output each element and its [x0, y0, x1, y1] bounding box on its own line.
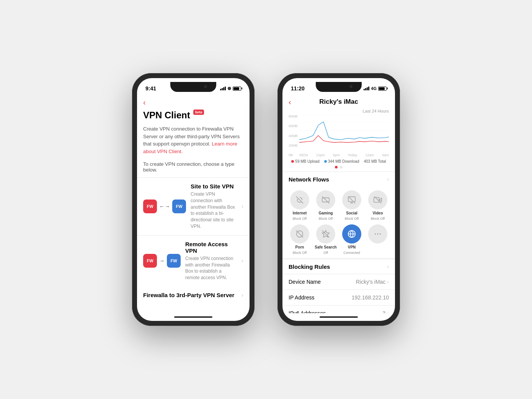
- gaming-status: Block Off: [319, 217, 333, 221]
- remote-access-option[interactable]: FW → FW Remote Access VPN Create VPN con…: [137, 235, 250, 286]
- remote-access-icons: FW → FW: [143, 254, 181, 268]
- chart-svg: [299, 115, 389, 146]
- feature-video[interactable]: Video Block Off: [367, 190, 389, 221]
- internet-icon: [290, 190, 309, 209]
- device-name-row[interactable]: Device Name Ricky's iMac ›: [282, 274, 395, 289]
- third-party-option[interactable]: Firewalla to 3rd-Party VPN Server ›: [137, 286, 250, 304]
- status-icons-2: 4G: [364, 86, 387, 91]
- internet-status: Block Off: [293, 217, 307, 221]
- safe-search-status: Off: [323, 251, 328, 255]
- status-icons-1: ⊛: [220, 86, 241, 91]
- chevron-right-2: ›: [242, 257, 243, 264]
- svg-point-21: [377, 234, 378, 234]
- ipv6-value: 3 ›: [383, 310, 389, 313]
- feature-more[interactable]: [367, 224, 389, 255]
- device-header: ‹ Ricky's iMac: [282, 95, 395, 109]
- site-to-site-title: Site to Site VPN: [191, 183, 237, 190]
- blocking-rules-title: Blocking Rules: [289, 263, 330, 270]
- porn-icon: [290, 224, 309, 244]
- arrow-unidirectional: →: [159, 258, 165, 264]
- fw-box-blue-1: FW: [172, 200, 186, 213]
- third-party-title: Firewalla to 3rd-Party VPN Server: [143, 292, 234, 298]
- time-2: 11:20: [291, 85, 305, 92]
- feature-social[interactable]: Social Block Off: [341, 190, 363, 221]
- time-1: 9:41: [145, 85, 156, 92]
- video-status: Block Off: [371, 217, 385, 221]
- vpn-feature-name: VPN: [348, 245, 356, 249]
- phone-2: 11:20 4G ‹: [277, 73, 400, 326]
- vpn-choose-text: To create VPN connection, choose a type …: [137, 160, 250, 177]
- chart-legend: 59 MB Upload 344 MB Download 403 MB Tota…: [289, 159, 389, 166]
- battery-1: [233, 87, 241, 91]
- svg-line-6: [322, 196, 329, 203]
- home-indicator-1: [137, 313, 250, 321]
- blocking-rules-chevron: ›: [387, 263, 389, 270]
- svg-point-23: [375, 234, 376, 234]
- site-to-site-option[interactable]: FW ←→ FW Site to Site VPN Create VPN con…: [137, 177, 250, 235]
- vpn-title: VPN Client: [143, 110, 190, 121]
- chart-dots: [289, 166, 389, 168]
- ipv6-row[interactable]: IPv6 Addresses 3 ›: [282, 305, 395, 313]
- safe-search-icon: [316, 224, 335, 244]
- gaming-name: Gaming: [318, 211, 333, 215]
- safe-search-name: Safe Search: [315, 245, 336, 249]
- chart-time-label: Last 24 Hours: [289, 109, 389, 113]
- remote-access-text: Remote Access VPN Create VPN connection …: [185, 241, 237, 281]
- screen-content-2: ‹ Ricky's iMac Last 24 Hours 0B 20MB 40M…: [282, 95, 395, 313]
- ip-label: IP Address: [289, 294, 314, 301]
- feature-internet[interactable]: Internet Block Off: [289, 190, 311, 221]
- video-icon: [368, 190, 387, 209]
- features-grid: Internet Block Off Gaming Block Off: [282, 186, 395, 259]
- social-icon: [342, 190, 361, 209]
- more-icon: [368, 224, 387, 244]
- home-indicator-2: [282, 313, 395, 321]
- svg-marker-13: [379, 198, 382, 201]
- site-to-site-desc: Create VPN connection with another Firew…: [191, 191, 237, 230]
- signal-icon-1: [220, 87, 226, 90]
- remote-access-desc: Create VPN connection with another Firew…: [185, 255, 237, 281]
- chart-y-labels: 0B 20MB 40MB 60MB 80MB: [289, 115, 298, 157]
- feature-porn[interactable]: Porn Block Off: [289, 224, 311, 255]
- vpn-icon: [342, 224, 361, 244]
- svg-point-22: [380, 234, 381, 234]
- beta-badge: beta: [193, 110, 204, 115]
- network-flows-row[interactable]: Network Flows ›: [282, 172, 395, 186]
- device-name-value: Ricky's iMac ›: [356, 279, 389, 285]
- fw-box-red-2: FW: [143, 254, 157, 268]
- porn-name: Porn: [295, 245, 304, 249]
- feature-safe-search[interactable]: Safe Search Off: [315, 224, 337, 255]
- chart-container: 0B 20MB 40MB 60MB 80MB: [289, 115, 389, 157]
- ip-value: 192.168.222.10: [352, 294, 389, 301]
- vpn-description: Create VPN connection to Firewalla VPN S…: [137, 124, 250, 160]
- feature-gaming[interactable]: Gaming Block Off: [315, 190, 337, 221]
- chart-x-labels: 09/26 12pm 6pm Today 12am 6am: [299, 153, 389, 157]
- signal-icon-2: [364, 87, 369, 90]
- social-status: Block Off: [345, 217, 359, 221]
- title-row-1: VPN Client beta: [137, 108, 250, 124]
- fw-box-blue-2: FW: [167, 254, 181, 268]
- back-button-2[interactable]: ‹: [289, 98, 291, 106]
- ip-address-row: IP Address 192.168.222.10: [282, 289, 395, 305]
- phone-1: 9:41 ⊛ ‹ VPN Client: [132, 73, 255, 326]
- back-button-1[interactable]: ‹: [137, 95, 250, 108]
- screen-content-1: ‹ VPN Client beta Create VPN connection …: [137, 95, 250, 313]
- device-name-label: Device Name: [289, 279, 321, 285]
- video-name: Video: [372, 211, 383, 215]
- feature-vpn[interactable]: VPN Connected: [341, 224, 363, 255]
- device-title: Ricky's iMac: [319, 98, 358, 106]
- chevron-right-3: ›: [242, 292, 243, 299]
- network-flows-chevron: ›: [387, 176, 389, 183]
- fw-box-red-1: FW: [143, 200, 157, 213]
- site-to-site-icons: FW ←→ FW: [143, 200, 186, 213]
- internet-name: Internet: [293, 211, 307, 215]
- blocking-rules-row[interactable]: Blocking Rules ›: [282, 259, 395, 274]
- social-name: Social: [346, 211, 357, 215]
- site-to-site-text: Site to Site VPN Create VPN connection w…: [191, 183, 237, 230]
- chevron-right-1: ›: [242, 203, 243, 210]
- scene: 9:41 ⊛ ‹ VPN Client: [117, 58, 415, 341]
- notch-1: [170, 82, 216, 92]
- gaming-icon: [316, 190, 335, 209]
- porn-status: Block Off: [293, 251, 307, 255]
- remote-access-title: Remote Access VPN: [185, 241, 237, 254]
- battery-2: [378, 87, 387, 91]
